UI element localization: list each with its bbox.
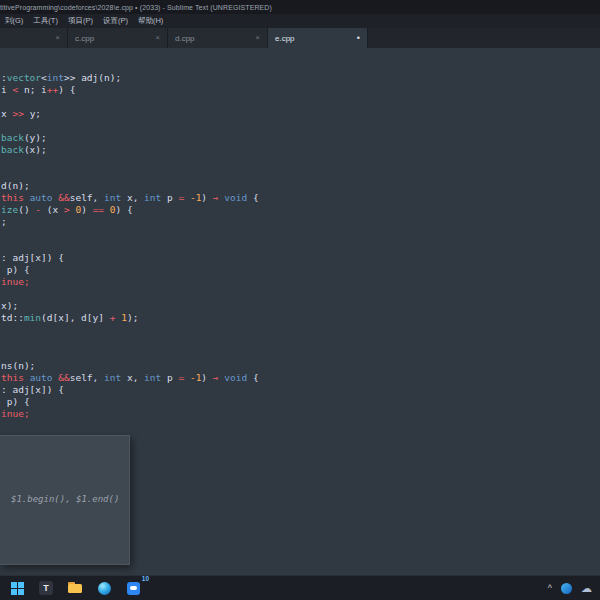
menu-item-0[interactable]: 到(G) bbox=[0, 16, 28, 26]
windows-logo-icon bbox=[11, 582, 24, 595]
taskbar-edge[interactable] bbox=[95, 579, 113, 597]
menu-item-4[interactable]: 帮助(H) bbox=[133, 16, 168, 26]
taskbar-chat[interactable]: 10 bbox=[124, 579, 142, 597]
code-line bbox=[1, 336, 600, 348]
tab-partial[interactable]: × bbox=[0, 28, 68, 48]
code-line: ize() - (x > 0) == 0) { bbox=[1, 204, 600, 216]
taskbar-app-t[interactable]: T bbox=[37, 579, 55, 597]
code-line bbox=[1, 120, 600, 132]
modified-dot-icon[interactable]: • bbox=[357, 34, 360, 43]
sublime-window: titiveProgramming\codeforces\2028\e.cpp … bbox=[0, 0, 600, 600]
code-line: i < n; i++) { bbox=[1, 84, 600, 96]
tab-close-icon[interactable]: × bbox=[155, 34, 160, 42]
tab-close-icon[interactable]: × bbox=[255, 34, 260, 42]
tray-chevron-icon[interactable]: ^ bbox=[548, 584, 552, 593]
window-title: titiveProgramming\codeforces\2028\e.cpp … bbox=[0, 4, 272, 11]
code-line: x); bbox=[1, 300, 600, 312]
tab-c.cpp[interactable]: c.cpp× bbox=[68, 28, 168, 48]
code-line bbox=[1, 324, 600, 336]
taskbar-app-icons: T 10 bbox=[8, 579, 142, 597]
title-bar[interactable]: titiveProgramming\codeforces\2028\e.cpp … bbox=[0, 0, 600, 14]
chat-icon bbox=[127, 582, 140, 595]
tab-close-icon[interactable]: × bbox=[55, 34, 60, 42]
code-line: : adj[x]) { bbox=[1, 252, 600, 264]
start-button[interactable] bbox=[8, 579, 26, 597]
tab-bar: ×c.cpp×d.cpp×e.cpp• bbox=[0, 28, 600, 48]
code-line bbox=[1, 228, 600, 240]
code-line: back(x); bbox=[1, 144, 600, 156]
code-line: ; bbox=[1, 216, 600, 228]
code-line: back(y); bbox=[1, 132, 600, 144]
code-line bbox=[1, 156, 600, 168]
menu-item-1[interactable]: 工具(T) bbox=[28, 16, 63, 26]
code-line bbox=[1, 348, 600, 360]
code-line: ns(n); bbox=[1, 360, 600, 372]
tray-circle-icon[interactable] bbox=[561, 583, 572, 594]
t-app-icon: T bbox=[39, 581, 53, 595]
taskbar: T 10 ^ ☁ bbox=[0, 575, 600, 600]
tab-label: d.cpp bbox=[175, 34, 195, 43]
system-tray: ^ ☁ bbox=[548, 583, 592, 594]
tab-d.cpp[interactable]: d.cpp× bbox=[168, 28, 268, 48]
code-line: inue; bbox=[1, 408, 600, 420]
code-line bbox=[1, 168, 600, 180]
tab-label: c.cpp bbox=[75, 34, 94, 43]
menu-item-2[interactable]: 项目(P) bbox=[63, 16, 98, 26]
code-line bbox=[1, 240, 600, 252]
code-line: inue; bbox=[1, 276, 600, 288]
editor[interactable]: :vector<int>> adj(n);i < n; i++) {x >> y… bbox=[0, 48, 600, 575]
code-line: p) { bbox=[1, 396, 600, 408]
code-line: : adj[x]) { bbox=[1, 384, 600, 396]
menu-item-3[interactable]: 设置(P) bbox=[98, 16, 133, 26]
code-line: td::min(d[x], d[y] + 1); bbox=[1, 312, 600, 324]
snippet-preview: $1.begin(), $1.end() bbox=[11, 494, 129, 504]
menu-bar: 到(G)工具(T)项目(P)设置(P)帮助(H) bbox=[0, 14, 600, 28]
notification-badge: 10 bbox=[142, 575, 149, 582]
code-line: this auto &&self, int x, int p = -1) → v… bbox=[1, 192, 600, 204]
code-line bbox=[1, 288, 600, 300]
code-line: p) { bbox=[1, 264, 600, 276]
code-area: :vector<int>> adj(n);i < n; i++) {x >> y… bbox=[0, 48, 600, 420]
tab-label: e.cpp bbox=[275, 34, 295, 43]
tray-cloud-icon[interactable]: ☁ bbox=[581, 583, 592, 594]
folder-icon bbox=[68, 582, 82, 594]
code-line bbox=[1, 96, 600, 108]
code-line: d(n); bbox=[1, 180, 600, 192]
edge-icon bbox=[98, 582, 111, 595]
code-line: this auto &&self, int x, int p = -1) → v… bbox=[1, 372, 600, 384]
autocomplete-popup: $1.begin(), $1.end() bbox=[0, 435, 130, 565]
code-line: x >> y; bbox=[1, 108, 600, 120]
tab-e.cpp[interactable]: e.cpp• bbox=[268, 28, 368, 48]
code-line: :vector<int>> adj(n); bbox=[1, 72, 600, 84]
taskbar-file-explorer[interactable] bbox=[66, 579, 84, 597]
